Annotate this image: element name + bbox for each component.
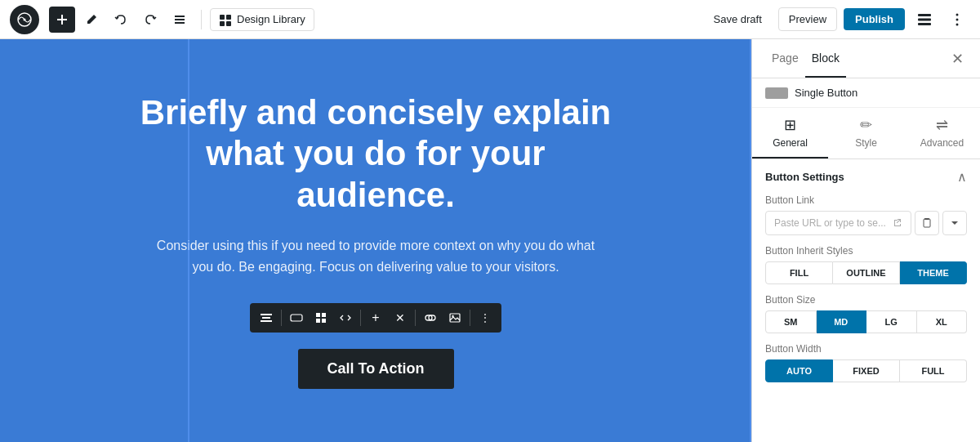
settings-collapse-button[interactable]: ∧ (957, 169, 967, 185)
list-view-button[interactable] (167, 7, 193, 33)
redo-button[interactable] (137, 7, 163, 33)
outline-button[interactable]: OUTLINE (833, 261, 900, 284)
ptab-general[interactable]: ⊞ General (752, 108, 828, 158)
svg-point-1 (24, 18, 26, 20)
size-sm-button[interactable]: SM (765, 310, 817, 333)
width-fixed-button[interactable]: FIXED (833, 359, 900, 382)
block-toolbar: + ✕ ⋮ (250, 303, 501, 333)
hero-subtitle: Consider using this if you need to provi… (147, 235, 604, 277)
svg-point-14 (956, 13, 959, 16)
save-draft-button[interactable]: Save draft (704, 8, 772, 30)
svg-rect-25 (450, 314, 460, 322)
toolbar-separator-4 (470, 310, 470, 326)
svg-rect-6 (175, 22, 185, 24)
block-label-row: Single Button (752, 78, 980, 108)
toolbar-right: Save draft Preview Publish (704, 7, 970, 33)
svg-rect-28 (924, 218, 929, 220)
svg-rect-3 (57, 19, 67, 20)
width-full-button[interactable]: FULL (900, 359, 967, 382)
fill-button[interactable]: FILL (765, 261, 833, 284)
width-group: AUTO FIXED FULL (765, 359, 967, 382)
block-tool-more[interactable]: ⋮ (474, 306, 497, 329)
svg-point-16 (956, 23, 959, 25)
link-placeholder: Paste URL or type to se... (774, 217, 888, 229)
toolbar-left: Design Library (10, 5, 314, 34)
block-tool-align[interactable] (255, 306, 278, 329)
design-library-label: Design Library (237, 13, 305, 25)
svg-rect-9 (220, 21, 225, 26)
preview-button[interactable]: Preview (778, 7, 837, 31)
ptab-style[interactable]: ✏ Style (828, 108, 904, 158)
advanced-icon: ⇌ (936, 116, 948, 134)
style-icon: ✏ (860, 116, 872, 134)
inherit-styles-label: Button Inherit Styles (765, 245, 967, 257)
link-dropdown-button[interactable] (942, 211, 967, 235)
button-link-label: Button Link (765, 194, 967, 206)
edit-tool-button[interactable] (78, 7, 105, 33)
svg-rect-11 (918, 14, 931, 16)
block-tool-grid[interactable] (310, 306, 332, 329)
link-clipboard-button[interactable] (915, 211, 939, 235)
section-header: Button Settings ∧ (765, 169, 967, 185)
svg-rect-22 (322, 313, 326, 317)
tab-block[interactable]: Block (805, 40, 846, 78)
button-link-row: Paste URL or type to se... (765, 211, 967, 235)
size-label: Button Size (765, 294, 967, 306)
right-panel: Page Block ✕ Single Button ⊞ General ✏ S… (751, 39, 980, 442)
block-tool-link[interactable] (419, 306, 442, 329)
block-tool-code[interactable] (334, 306, 357, 329)
block-tool-image[interactable] (443, 306, 466, 329)
wordpress-logo[interactable] (10, 5, 39, 34)
svg-rect-24 (322, 319, 326, 323)
width-label: Button Width (765, 343, 967, 355)
design-library-button[interactable]: Design Library (210, 8, 314, 31)
svg-rect-17 (261, 314, 272, 315)
toolbar-separator-2 (360, 310, 361, 326)
width-auto-button[interactable]: AUTO (765, 359, 833, 382)
svg-point-15 (956, 18, 959, 20)
size-group: SM MD LG XL (765, 310, 967, 333)
size-xl-button[interactable]: XL (917, 310, 968, 333)
svg-rect-8 (226, 15, 231, 20)
panel-close-button[interactable]: ✕ (947, 49, 967, 69)
advanced-tab-label: Advanced (920, 137, 964, 149)
svg-rect-27 (924, 219, 930, 227)
general-tab-label: General (773, 137, 808, 149)
toolbar-separator-3 (415, 310, 416, 326)
svg-rect-18 (262, 317, 270, 319)
style-tab-label: Style (855, 137, 877, 149)
block-tool-cross[interactable]: ✕ (389, 306, 412, 329)
ptab-advanced[interactable]: ⇌ Advanced (904, 108, 980, 158)
undo-button[interactable] (108, 7, 134, 33)
panel-header: Page Block ✕ (752, 39, 980, 78)
block-label-text: Single Button (795, 87, 858, 99)
inherit-style-group: FILL OUTLINE THEME (765, 261, 967, 284)
add-block-button[interactable] (49, 7, 75, 33)
svg-rect-19 (261, 320, 272, 322)
svg-rect-5 (175, 19, 185, 20)
panel-inner-tabs: ⊞ General ✏ Style ⇌ Advanced (752, 108, 980, 159)
cta-button[interactable]: Call To Action (298, 349, 454, 389)
size-md-button[interactable]: MD (817, 310, 867, 333)
theme-button[interactable]: THEME (900, 261, 967, 284)
svg-rect-20 (291, 315, 302, 321)
toolbar-separator-1 (281, 310, 282, 326)
svg-rect-23 (316, 319, 320, 323)
size-lg-button[interactable]: LG (866, 310, 917, 333)
publish-button[interactable]: Publish (844, 8, 905, 30)
button-settings-title: Button Settings (765, 171, 844, 183)
block-tool-button-group[interactable] (285, 306, 308, 329)
svg-rect-13 (918, 23, 931, 25)
main-area: Briefly and concisely explain what you d… (0, 39, 980, 442)
general-icon: ⊞ (784, 116, 796, 134)
settings-toggle-button[interactable] (911, 7, 938, 33)
svg-rect-4 (175, 16, 185, 17)
hero-title: Briefly and concisely explain what you d… (131, 92, 621, 216)
button-link-input[interactable]: Paste URL or type to se... (765, 211, 911, 235)
block-tool-plus[interactable]: + (364, 306, 387, 329)
svg-rect-7 (220, 15, 225, 20)
button-settings-section: Button Settings ∧ Button Link Paste URL … (752, 159, 980, 392)
svg-rect-12 (918, 18, 931, 20)
more-tools-button[interactable] (944, 7, 970, 33)
tab-page[interactable]: Page (765, 40, 805, 78)
